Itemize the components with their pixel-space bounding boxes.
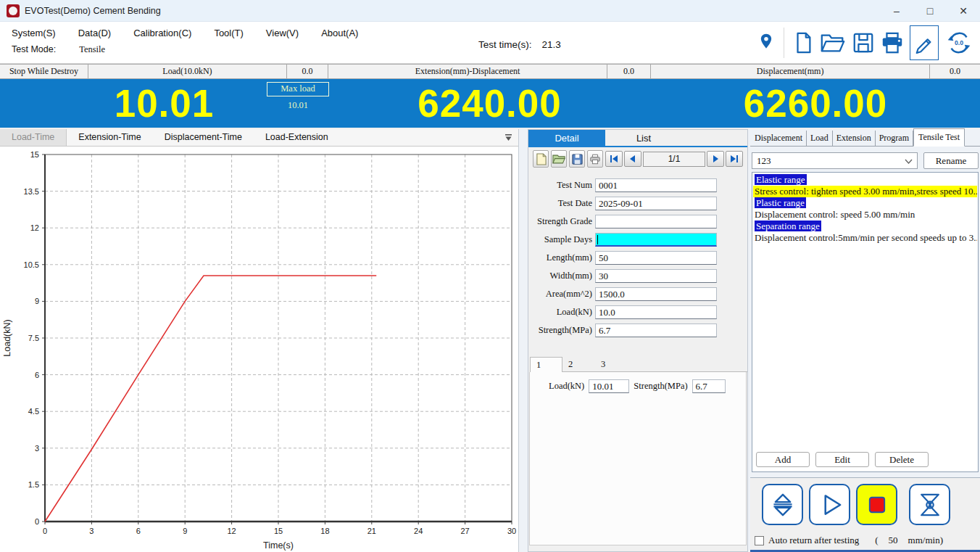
test-num-field[interactable]: 0001 xyxy=(595,178,717,192)
save-icon[interactable] xyxy=(852,30,875,55)
auto-return-checkbox[interactable] xyxy=(755,536,764,545)
test-mode-value: Tensile xyxy=(79,44,105,55)
tab-load[interactable]: Load xyxy=(807,131,833,146)
open-record-icon[interactable] xyxy=(551,150,567,168)
test-num-label: Test Num xyxy=(528,180,592,191)
tab-load-extension[interactable]: Load-Extension xyxy=(254,129,340,146)
next-record-icon[interactable] xyxy=(707,151,724,167)
menu-tool[interactable]: Tool(T) xyxy=(212,25,244,41)
close-button[interactable]: ✕ xyxy=(947,0,980,22)
strength-label: Strength(MPa) xyxy=(528,325,592,336)
load-channel-header: Load(10.0kN) xyxy=(88,65,287,78)
list-item[interactable]: Stress control: tighten speed 3.00 mm/mi… xyxy=(753,186,977,197)
length-field[interactable]: 50 xyxy=(595,251,717,265)
result-load-value[interactable]: 10.01 xyxy=(589,379,629,393)
chart-tab-overflow-icon[interactable] xyxy=(504,129,518,146)
menu-bar: System(S) Data(D) Calibration(C) Tool(T)… xyxy=(0,22,980,64)
result-tab-2[interactable]: 2 xyxy=(562,357,595,372)
program-step-group: Elastic range Stress control: tighten sp… xyxy=(752,172,979,472)
svg-text:10.5: 10.5 xyxy=(24,260,39,269)
return-home-button[interactable] xyxy=(909,484,950,525)
tab-extension-time[interactable]: Extension-Time xyxy=(67,129,152,146)
svg-text:0.0: 0.0 xyxy=(955,39,963,46)
tab-program[interactable]: Program xyxy=(876,131,913,146)
location-pin-icon[interactable] xyxy=(757,31,776,54)
minimize-button[interactable]: – xyxy=(880,0,913,22)
tab-extension[interactable]: Extension xyxy=(833,131,876,146)
stop-while-destroy-cell[interactable]: Stop While Destroy xyxy=(0,65,88,78)
list-item[interactable]: Separation range xyxy=(753,221,977,232)
program-panel: Displacement Load Extension Program Tens… xyxy=(750,129,980,552)
svg-text:3: 3 xyxy=(35,444,39,453)
test-date-field[interactable]: 2025-09-01 xyxy=(595,197,717,210)
menu-system[interactable]: System(S) xyxy=(10,25,57,41)
save-record-icon[interactable] xyxy=(569,150,585,168)
tab-detail[interactable]: Detail xyxy=(528,130,605,146)
menu-view[interactable]: View(V) xyxy=(265,25,300,41)
svg-text:6: 6 xyxy=(35,371,39,379)
load-field[interactable]: 10.0 xyxy=(595,305,717,319)
strength-grade-field[interactable] xyxy=(595,215,717,228)
menu-calibration[interactable]: Calibration(C) xyxy=(132,25,193,41)
app-logo-icon xyxy=(7,4,20,17)
displacement-readout: 6260.00 xyxy=(651,79,980,128)
extension-channel-aux-value: 0.0 xyxy=(607,65,651,78)
program-select-value: 123 xyxy=(757,155,771,167)
program-select[interactable]: 123 xyxy=(752,152,918,169)
program-step-list: Elastic range Stress control: tighten sp… xyxy=(752,173,978,449)
edit-pencil-icon[interactable] xyxy=(910,25,939,60)
result-tab-1[interactable]: 1 xyxy=(530,357,562,372)
record-position: 1/1 xyxy=(643,152,705,167)
stop-test-button[interactable] xyxy=(856,484,897,525)
area-label: Area(mm^2) xyxy=(528,289,592,300)
strength-grade-label: Strength Grade xyxy=(528,216,592,227)
edit-button[interactable]: Edit xyxy=(815,452,869,467)
list-item[interactable]: Displacement control:5mm/min per second … xyxy=(753,232,977,244)
last-record-icon[interactable] xyxy=(726,151,743,167)
tab-displacement[interactable]: Displacement xyxy=(751,131,807,146)
svg-text:30: 30 xyxy=(507,527,516,535)
tab-list[interactable]: List xyxy=(605,130,682,146)
displacement-channel-aux-value: 0.0 xyxy=(930,65,980,78)
run-test-button[interactable] xyxy=(809,484,850,525)
first-record-icon[interactable] xyxy=(605,151,623,167)
result-load-label: Load(kN) xyxy=(549,381,584,392)
new-record-icon[interactable] xyxy=(533,150,549,168)
sample-days-field[interactable] xyxy=(595,233,717,247)
rename-button[interactable]: Rename xyxy=(923,152,979,169)
zero-reset-icon[interactable]: 0.0 xyxy=(944,30,974,56)
result-tab-3[interactable]: 3 xyxy=(595,357,628,372)
list-item[interactable]: Displacement control: speed 5.00 mm/min xyxy=(753,209,977,221)
svg-text:21: 21 xyxy=(368,527,376,535)
result-strength-value[interactable]: 6.7 xyxy=(692,379,726,393)
width-field[interactable]: 30 xyxy=(595,269,717,283)
strength-field[interactable]: 6.7 xyxy=(595,324,717,337)
list-item[interactable]: Plastic range xyxy=(753,197,977,209)
new-file-icon[interactable] xyxy=(792,30,814,56)
add-button[interactable]: Add xyxy=(756,452,810,467)
sample-days-label: Sample Days xyxy=(528,234,592,245)
maximize-button[interactable]: □ xyxy=(913,0,947,22)
load-time-chart: 03691215182124273001.534.567.5910.51213.… xyxy=(0,147,518,551)
tab-displacement-time[interactable]: Displacement-Time xyxy=(153,129,254,146)
extension-channel-header: Extension(mm)-Displacement xyxy=(328,65,607,78)
menu-about[interactable]: About(A) xyxy=(320,25,360,41)
record-toolbar: 1/1 xyxy=(528,147,747,170)
auto-return-label: Auto return after testing xyxy=(768,535,859,546)
print-icon[interactable] xyxy=(880,30,905,55)
svg-text:Time(s): Time(s) xyxy=(263,540,294,551)
status-row: Stop While Destroy Load(10.0kN) 0.0 Exte… xyxy=(0,64,980,79)
open-folder-icon[interactable] xyxy=(819,30,847,55)
result-panel: Load(kN) 10.01 Strength(MPa) 6.7 xyxy=(529,372,747,545)
area-field[interactable]: 1500.0 xyxy=(595,287,717,301)
speed-value: 50 xyxy=(889,535,898,546)
print-record-icon[interactable] xyxy=(587,150,603,168)
jog-up-down-button[interactable] xyxy=(762,484,803,525)
delete-button[interactable]: Delete xyxy=(875,452,929,467)
load-channel-aux-value: 0.0 xyxy=(287,65,328,78)
tab-load-time[interactable]: Load-Time xyxy=(0,129,67,146)
list-item[interactable]: Elastic range xyxy=(753,174,977,186)
previous-record-icon[interactable] xyxy=(624,151,641,167)
menu-data[interactable]: Data(D) xyxy=(77,25,113,41)
tab-tensile-test[interactable]: Tensile Test xyxy=(913,128,965,147)
